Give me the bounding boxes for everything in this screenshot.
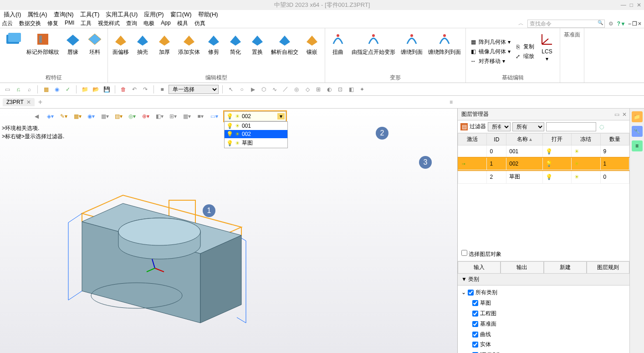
menu-item[interactable]: 属性(A): [26, 10, 49, 19]
array-geom-button[interactable]: ▦阵列几何体 ▾: [470, 38, 511, 46]
tool-23[interactable]: ◐: [325, 85, 334, 94]
doc-minimize[interactable]: –: [628, 21, 631, 27]
mirror-geom-button[interactable]: ◧镜像几何体 ▾: [470, 48, 511, 56]
ribbon-btn[interactable]: 面偏移: [112, 30, 130, 73]
table-row[interactable]: →1002💡☀1: [458, 158, 629, 170]
vp-14[interactable]: ▭▾: [210, 112, 219, 121]
tab-item[interactable]: 仿真: [194, 20, 205, 27]
layer-combo[interactable]: 💡 ☀ 002 ▾ 💡☀001 💡☀002 💡☀草图: [223, 110, 287, 122]
tool-20[interactable]: ◎: [292, 85, 301, 94]
cursor-icon[interactable]: ↖: [226, 85, 235, 94]
col-header[interactable]: 打开: [542, 134, 571, 145]
help-icon[interactable]: ? ▾: [617, 21, 625, 27]
category-item[interactable]: 工程图: [461, 308, 626, 319]
close-icon[interactable]: ✕: [637, 2, 641, 8]
category-item[interactable]: ⌄ 所有类别: [461, 287, 626, 298]
ribbon-btn-lip[interactable]: 唇缘: [64, 30, 82, 73]
tool-2[interactable]: ⎌: [14, 85, 23, 94]
menu-item[interactable]: 插入(I): [2, 10, 23, 19]
new-tab-button[interactable]: +: [38, 98, 42, 106]
layer-button[interactable]: 新建: [544, 261, 587, 274]
tool-11[interactable]: ↶: [130, 85, 139, 94]
category-item[interactable]: 草图: [461, 298, 626, 308]
tool-8[interactable]: 📂: [91, 85, 100, 94]
tab-item[interactable]: 电极: [143, 20, 154, 27]
menu-item[interactable]: 查询(N): [52, 10, 76, 19]
menu-item[interactable]: 窗口(W): [169, 10, 194, 19]
ribbon-btn[interactable]: 解析自相交: [270, 30, 299, 73]
tool-10[interactable]: 🗑: [119, 85, 128, 94]
panel-restore-icon[interactable]: ▭: [614, 111, 619, 118]
vp-3[interactable]: ✎▾: [59, 112, 68, 121]
document-tab[interactable]: Z3PRT ✕: [3, 98, 35, 106]
filter-icon[interactable]: ▤: [460, 123, 468, 130]
tool-6[interactable]: ✓: [63, 85, 72, 94]
tab-item[interactable]: 点云: [2, 20, 13, 27]
search-input[interactable]: 查找命令: [527, 20, 605, 28]
tool-3[interactable]: ⌕: [25, 85, 34, 94]
viewport[interactable]: ◀ ◈▾ ✎▾ ▦▾ ◉▾ ▦▾ ▤▾ ◎▾ ⊕▾ ◧▾ ⊞▾ ▦▾ ■▾ ▭▾…: [0, 109, 457, 353]
ribbon-btn[interactable]: 扭曲: [329, 30, 347, 73]
tool-19[interactable]: ／: [281, 85, 290, 94]
side-tab-2[interactable]: 🔧: [632, 126, 643, 137]
tool-9[interactable]: 💾: [102, 85, 111, 94]
ribbon-btn[interactable]: 缠绕到面: [400, 30, 424, 73]
ribbon-btn[interactable]: 添加实体: [177, 30, 201, 73]
combo-item-002[interactable]: 💡☀002: [225, 130, 287, 138]
tool-7[interactable]: 📁: [80, 85, 89, 94]
tool-26[interactable]: ✦: [358, 85, 367, 94]
menu-item[interactable]: 应用(P): [142, 10, 165, 19]
tool-1[interactable]: ▭: [3, 85, 12, 94]
col-header[interactable]: 激活: [458, 134, 487, 145]
copy-button[interactable]: ⎘复制: [514, 43, 534, 51]
chevron-down-icon[interactable]: ▾: [277, 113, 285, 119]
ribbon-btn[interactable]: 加厚: [155, 30, 174, 73]
category-item[interactable]: 曲线: [461, 329, 626, 340]
side-tab-3[interactable]: ≡: [632, 140, 643, 151]
select-layer-object[interactable]: 选择图层对象: [458, 247, 629, 261]
close-tab-icon[interactable]: ✕: [26, 99, 31, 105]
vp-9[interactable]: ⊕▾: [141, 112, 150, 121]
doc-restore[interactable]: ❐: [632, 21, 637, 27]
vp-4[interactable]: ▦▾: [73, 112, 82, 121]
ribbon-btn[interactable]: 抽壳: [133, 30, 152, 73]
menu-item[interactable]: 帮助(H): [196, 10, 220, 19]
tab-item[interactable]: 数据交换: [19, 20, 41, 27]
tab-item[interactable]: 视觉样式: [98, 20, 120, 27]
maximize-icon[interactable]: □: [630, 2, 633, 8]
ribbon-btn[interactable]: 简化: [226, 30, 245, 73]
vp-7[interactable]: ▤▾: [114, 112, 123, 121]
minimize-icon[interactable]: —: [621, 2, 626, 8]
tool-15[interactable]: ○: [237, 85, 246, 94]
tool-16[interactable]: ▶: [248, 85, 257, 94]
layer-button[interactable]: 输出: [501, 261, 543, 274]
filter-select-1[interactable]: 所有: [488, 122, 511, 131]
col-header[interactable]: 数量: [600, 134, 629, 145]
ribbon-btn-stock[interactable]: 坯料: [86, 30, 104, 73]
collapse-icon[interactable]: ︿: [518, 20, 524, 27]
tool-13[interactable]: ■: [158, 85, 167, 94]
vp-6[interactable]: ▦▾: [100, 112, 109, 121]
menu-item[interactable]: 工具(T): [78, 10, 102, 19]
tool-12[interactable]: ↷: [141, 85, 150, 94]
side-tab-1[interactable]: 📁: [632, 111, 643, 122]
tab-item[interactable]: 模具: [177, 20, 188, 27]
tab-item[interactable]: 修复: [47, 20, 58, 27]
doc-close[interactable]: ×: [638, 21, 641, 27]
col-header[interactable]: 名称 ▴: [506, 134, 542, 145]
tab-item[interactable]: 工具: [81, 20, 92, 27]
vp-10[interactable]: ◧▾: [155, 112, 164, 121]
align-move-button[interactable]: ↔对齐移动 ▾: [470, 57, 511, 65]
ribbon-btn[interactable]: 缠绕阵列到面: [427, 30, 462, 73]
ribbon-btn-thread[interactable]: 标记外部螺纹: [26, 30, 60, 73]
menu-item[interactable]: 实用工具(U): [104, 10, 139, 19]
tab-item[interactable]: PMI: [65, 20, 74, 27]
col-header[interactable]: ID: [487, 134, 506, 145]
combo-item-001[interactable]: 💡☀001: [225, 122, 287, 130]
refresh-icon[interactable]: ◌: [598, 123, 605, 130]
vp-12[interactable]: ▦▾: [182, 112, 191, 121]
panel-close-icon[interactable]: ✕: [622, 111, 627, 118]
category-item[interactable]: 基准面: [461, 319, 626, 329]
vp-1[interactable]: ◀: [32, 112, 41, 121]
category-header[interactable]: ▼ 类别: [458, 274, 629, 286]
